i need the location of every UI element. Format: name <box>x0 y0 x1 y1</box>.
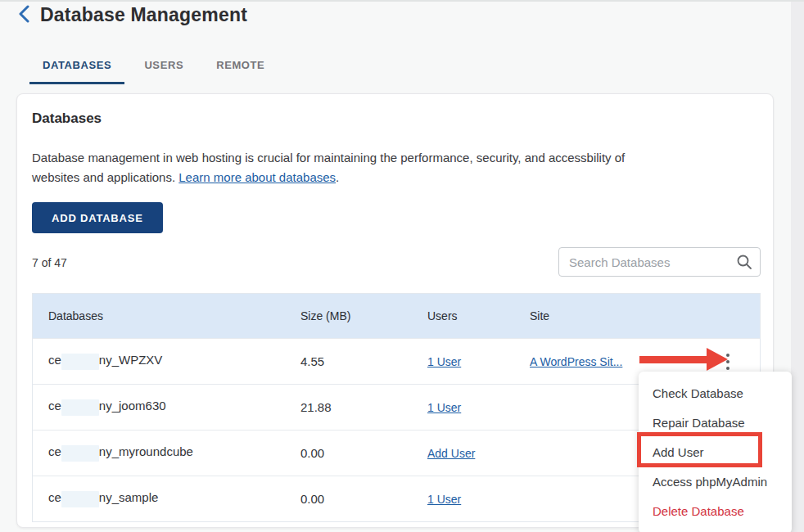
learn-more-link[interactable]: Learn more about databases <box>178 170 336 184</box>
database-name: ceny_WPZXV <box>33 353 300 369</box>
add-database-button[interactable]: ADD DATABASE <box>32 202 163 233</box>
search-input[interactable] <box>558 247 761 277</box>
search-icon[interactable] <box>736 254 752 273</box>
menu-item-delete-database[interactable]: Delete Database <box>639 497 792 526</box>
tab-bar: DATABASES USERS REMOTE <box>29 57 278 84</box>
column-header-site: Site <box>530 309 696 322</box>
annotation-red-arrow <box>639 348 728 372</box>
database-name: ceny_sample <box>33 490 300 507</box>
site-link[interactable]: A WordPress Sit... <box>530 355 622 368</box>
users-link[interactable]: 1 User <box>427 493 461 506</box>
back-button[interactable] <box>18 5 30 26</box>
database-size: 0.00 <box>300 446 427 460</box>
users-link[interactable]: 1 User <box>427 355 461 368</box>
scrollbar-track[interactable] <box>791 2 804 532</box>
menu-item-add-user[interactable]: Add User <box>639 438 792 467</box>
database-size: 21.88 <box>300 400 427 414</box>
page-title: Database Management <box>40 4 247 26</box>
database-name: ceny_myroundcube <box>33 444 300 461</box>
page-header: Database Management <box>18 4 247 26</box>
menu-item-check-database[interactable]: Check Database <box>639 379 792 408</box>
tab-users[interactable]: USERS <box>131 57 196 84</box>
table-header-row: Databases Size (MB) Users Site <box>33 294 760 338</box>
row-context-menu: Check Database Repair Database Add User … <box>639 372 792 532</box>
database-size: 4.55 <box>300 354 427 368</box>
menu-item-repair-database[interactable]: Repair Database <box>639 408 792 438</box>
add-user-link[interactable]: Add User <box>427 447 475 460</box>
database-name: ceny_joom630 <box>33 399 300 415</box>
redaction-box <box>61 354 99 370</box>
panel-description: Database management in web hosting is cr… <box>32 148 659 187</box>
redaction-box <box>61 491 99 507</box>
redaction-box <box>61 399 99 416</box>
tab-databases[interactable]: DATABASES <box>29 57 124 84</box>
tab-remote[interactable]: REMOTE <box>203 57 278 84</box>
search-box <box>558 247 761 277</box>
column-header-size: Size (MB) <box>300 309 427 322</box>
users-link[interactable]: 1 User <box>427 401 461 414</box>
column-header-users: Users <box>427 309 530 322</box>
panel-heading: Databases <box>32 110 102 127</box>
result-count: 7 of 47 <box>32 256 67 269</box>
database-size: 0.00 <box>300 492 427 506</box>
column-header-databases: Databases <box>33 309 300 322</box>
chevron-left-icon <box>18 5 30 26</box>
database-management-page: Database Management DATABASES USERS REMO… <box>0 0 804 532</box>
redaction-box <box>61 445 99 462</box>
menu-item-access-phpmyadmin[interactable]: Access phpMyAdmin <box>639 467 792 497</box>
description-period: . <box>336 170 339 184</box>
